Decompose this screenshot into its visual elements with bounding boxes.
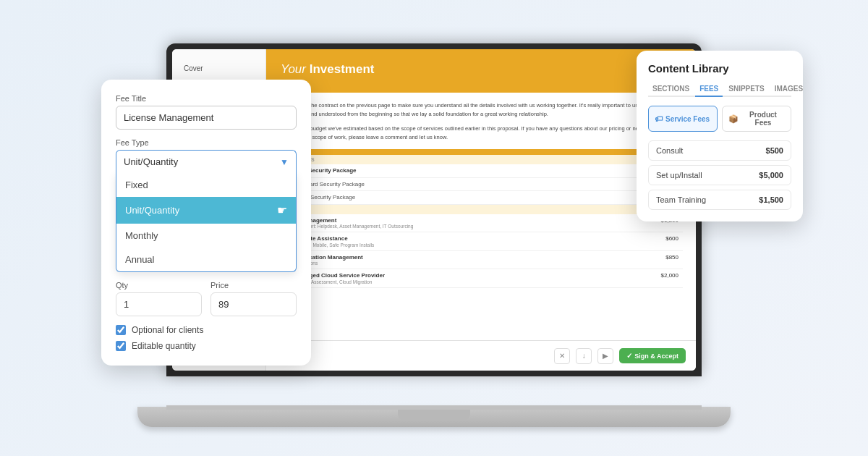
sign-accept-button[interactable]: ✓ Sign & Accept bbox=[619, 348, 686, 363]
table-row: ✓ Remote Assistance Desktop, Mobile, Saf… bbox=[279, 232, 683, 251]
fee-type-dropdown-menu: Fixed Unit/Quantity ☛ Monthly Annual bbox=[116, 173, 297, 272]
item-desc-cloud: Security Assessment, Cloud Migration bbox=[293, 279, 608, 284]
table-row: ✓ Elite Security Package $10,000 bbox=[279, 164, 683, 177]
table-row: ✓ Application Management IT Solutions $8… bbox=[279, 250, 683, 269]
table-row: Basic Security Package $5,000 bbox=[279, 191, 683, 205]
optional-label: Optional for clients bbox=[132, 325, 203, 335]
footer-download-btn[interactable]: ↓ bbox=[576, 348, 592, 364]
content-library-title: Content Library bbox=[648, 62, 791, 75]
table-row: ✓ IT Management IT Support: Helpdesk, As… bbox=[279, 214, 683, 232]
optional-checkbox-row: Optional for clients bbox=[116, 325, 297, 335]
doc-main: Your Investment Please read the contract… bbox=[266, 49, 696, 371]
table-row: ✓ Managed Cloud Service Provider Securit… bbox=[279, 269, 683, 288]
tab-fees[interactable]: FEES bbox=[695, 82, 723, 97]
doc-paragraph-1: Please read the contract on the previous… bbox=[279, 101, 683, 119]
fee-title-label: Fee Title bbox=[116, 94, 297, 103]
optional-checkbox[interactable] bbox=[116, 325, 126, 335]
doc-body: Please read the contract on the previous… bbox=[266, 93, 696, 334]
dropdown-option-annual[interactable]: Annual bbox=[116, 248, 296, 271]
dropdown-option-unit[interactable]: Unit/Quantity ☛ bbox=[116, 197, 296, 224]
checkmark-icon: ✓ bbox=[626, 352, 632, 360]
dropdown-option-monthly[interactable]: Monthly bbox=[116, 224, 296, 248]
doc-title-prefix: Your bbox=[281, 62, 306, 76]
tab-snippets[interactable]: SNIPPETS bbox=[724, 82, 768, 97]
table-section-packages: PACKAGES bbox=[279, 155, 683, 164]
fee-item-consult: Consult $500 bbox=[648, 140, 791, 161]
fee-item-name-consult: Consult bbox=[656, 146, 683, 155]
item-desc-it: IT Support: Helpdesk, Asset Management, … bbox=[293, 224, 608, 229]
table-section-addons: ADD-ONS bbox=[279, 204, 683, 214]
dropdown-chevron-icon: ▼ bbox=[280, 157, 289, 167]
fee-item-name-training: Team Training bbox=[656, 195, 706, 204]
fee-type-dropdown[interactable]: Unit/Quantity ▼ bbox=[116, 150, 297, 173]
price-label: Price bbox=[210, 281, 297, 290]
product-fees-button[interactable]: 📦 Product Fees bbox=[722, 106, 791, 132]
fee-title-field-wrapper: Fee Title bbox=[116, 94, 297, 130]
doc-title-main: Investment bbox=[306, 62, 374, 76]
table-row: Standard Security Package $7,000 bbox=[279, 177, 683, 191]
footer-close-btn[interactable]: ✕ bbox=[554, 348, 570, 364]
fee-item-price-setup: $5,000 bbox=[759, 171, 783, 180]
editable-checkbox[interactable] bbox=[116, 341, 126, 351]
dropdown-unit-label: Unit/Quantity bbox=[125, 205, 179, 216]
doc-title: Your Investment bbox=[281, 62, 681, 77]
fee-type-value: Unit/Quantity bbox=[124, 156, 178, 167]
table-header-description bbox=[279, 149, 612, 155]
item-desc-app: IT Solutions bbox=[293, 261, 608, 266]
fee-item-price-training: $1,500 bbox=[759, 195, 783, 204]
laptop-notch bbox=[398, 410, 470, 420]
fee-item-price-consult: $500 bbox=[766, 146, 783, 155]
doc-paragraph-2: Below is the budget we've estimated base… bbox=[279, 124, 683, 142]
qty-price-row: Qty Price bbox=[116, 281, 297, 316]
tab-images[interactable]: IMAGES bbox=[770, 82, 807, 97]
laptop: Cover Introduction About Us Your Investm… bbox=[137, 43, 731, 427]
fee-item-setup: Set up/Install $5,000 bbox=[648, 165, 791, 185]
nav-item-cover[interactable]: Cover bbox=[178, 61, 260, 76]
content-library-tabs: SECTIONS FEES SNIPPETS IMAGES bbox=[648, 82, 791, 97]
price-field: Price bbox=[210, 281, 297, 316]
doc-header: Your Investment bbox=[266, 49, 696, 93]
fee-title-input[interactable] bbox=[116, 106, 297, 130]
checkboxes-section: Optional for clients Editable quantity bbox=[116, 325, 297, 351]
fee-editor-card: Fee Title Fee Type Unit/Quantity ▼ Fixed… bbox=[101, 80, 311, 366]
item-desc-remote: Desktop, Mobile, Safe Program Installs bbox=[293, 242, 608, 248]
price-input[interactable] bbox=[210, 292, 297, 316]
cursor-icon: ☛ bbox=[277, 203, 287, 217]
invoice-table: PACKAGES ✓ Elite Security Package $10,00… bbox=[279, 149, 683, 288]
dropdown-option-fixed[interactable]: Fixed bbox=[116, 173, 296, 197]
fee-type-label: Fee Type bbox=[116, 138, 297, 147]
tag-icon: 🏷 bbox=[655, 114, 663, 123]
service-fees-label: Service Fees bbox=[665, 115, 710, 123]
box-icon: 📦 bbox=[728, 114, 739, 124]
footer-price-section: ✕ ↓ ▶ ✓ Sign & Accept bbox=[548, 348, 686, 364]
fee-item-training: Team Training $1,500 bbox=[648, 190, 791, 210]
qty-label: Qty bbox=[116, 281, 202, 290]
product-fees-label: Product Fees bbox=[741, 111, 785, 127]
fee-item-name-setup: Set up/Install bbox=[656, 171, 702, 180]
tab-sections[interactable]: SECTIONS bbox=[648, 82, 694, 97]
editable-checkbox-row: Editable quantity bbox=[116, 341, 297, 351]
qty-input[interactable] bbox=[116, 292, 202, 316]
fee-type-field-wrapper: Fee Type Unit/Quantity ▼ Fixed Unit/Quan… bbox=[116, 138, 297, 272]
content-library-card: Content Library SECTIONS FEES SNIPPETS I… bbox=[637, 51, 803, 221]
editable-label: Editable quantity bbox=[132, 341, 196, 351]
doc-footer: ✕ ↓ ▶ ✓ Sign & Accept bbox=[266, 340, 696, 371]
fee-items-list: Consult $500 Set up/Install $5,000 Team … bbox=[648, 140, 791, 210]
qty-field: Qty bbox=[116, 281, 202, 316]
footer-share-btn[interactable]: ▶ bbox=[597, 348, 613, 364]
fee-type-buttons: 🏷 Service Fees 📦 Product Fees bbox=[648, 106, 791, 132]
service-fees-button[interactable]: 🏷 Service Fees bbox=[648, 106, 718, 132]
